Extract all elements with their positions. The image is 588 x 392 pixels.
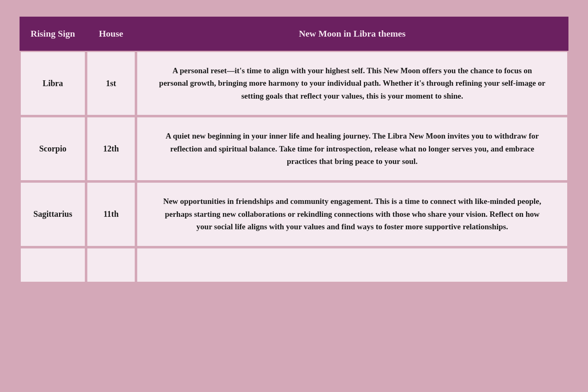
- table-row: Scorpio 12th A quiet new beginning in yo…: [20, 116, 568, 181]
- table-row: [20, 247, 568, 283]
- house-cell-11th: 11th: [86, 181, 136, 247]
- table-row: Sagittarius 11th New opportunities in fr…: [20, 181, 568, 247]
- house-cell-1st: 1st: [86, 51, 136, 116]
- theme-cell-sagittarius: New opportunities in friendships and com…: [136, 181, 568, 247]
- house-header: House: [86, 17, 136, 51]
- theme-cell-libra: A personal reset—it's time to align with…: [136, 51, 568, 116]
- house-cell-empty: [86, 247, 136, 283]
- house-cell-12th: 12th: [86, 116, 136, 181]
- astrology-table: Rising Sign House New Moon in Libra them…: [20, 17, 568, 283]
- table-row: Libra 1st A personal reset—it's time to …: [20, 51, 568, 116]
- header-row: Rising Sign House New Moon in Libra them…: [20, 17, 568, 51]
- sign-cell-scorpio: Scorpio: [20, 116, 86, 181]
- sign-cell-sagittarius: Sagittarius: [20, 181, 86, 247]
- theme-cell-empty: [136, 247, 568, 283]
- sign-cell-libra: Libra: [20, 51, 86, 116]
- rising-sign-header: Rising Sign: [20, 17, 86, 51]
- sign-cell-empty: [20, 247, 86, 283]
- theme-cell-scorpio: A quiet new beginning in your inner life…: [136, 116, 568, 181]
- themes-header: New Moon in Libra themes: [136, 17, 568, 51]
- main-table-container: Rising Sign House New Moon in Libra them…: [20, 17, 568, 283]
